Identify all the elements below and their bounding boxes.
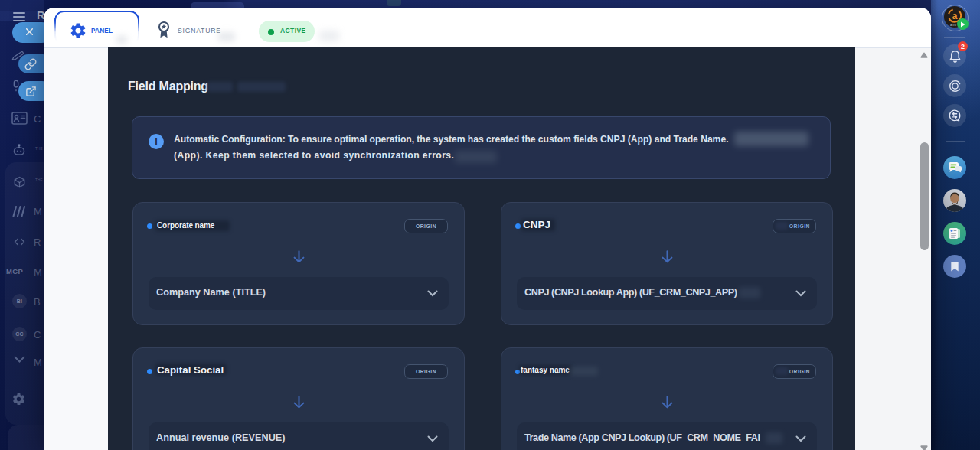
svg-text:a: a xyxy=(952,11,957,21)
svg-text:arro: arro xyxy=(949,23,956,27)
